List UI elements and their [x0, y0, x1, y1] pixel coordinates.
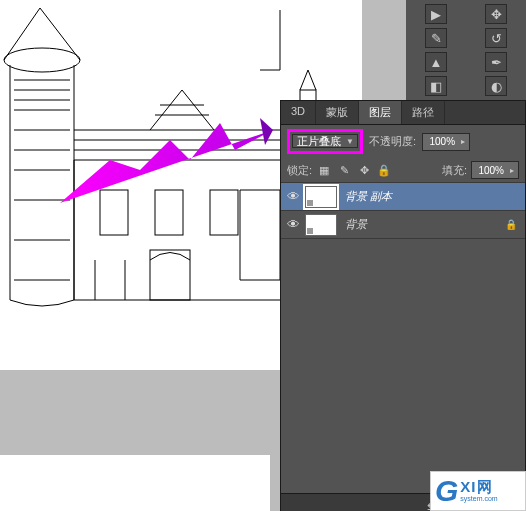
tab-paths[interactable]: 路径 [402, 101, 445, 124]
svg-rect-8 [210, 190, 238, 235]
chevron-right-icon[interactable]: ▸ [506, 166, 518, 175]
layer-name[interactable]: 背景 副本 [345, 189, 525, 204]
move-icon[interactable]: ✥ [485, 4, 507, 24]
panel-tabs: 3D 蒙版 图层 路径 [281, 101, 525, 125]
svg-rect-6 [100, 190, 128, 235]
layer-item[interactable]: 👁 背景 副本 [281, 183, 525, 211]
visibility-toggle[interactable]: 👁 [281, 217, 305, 232]
layer-list: 👁 背景 副本 👁 背景 🔒 [281, 183, 525, 478]
watermark-line2: system.com [460, 495, 497, 503]
lock-icon: 🔒 [505, 219, 517, 230]
pen-icon[interactable]: ✒ [485, 52, 507, 72]
svg-rect-7 [155, 190, 183, 235]
fill-input[interactable]: ▸ [471, 161, 519, 179]
tab-3d[interactable]: 3D [281, 101, 316, 124]
watermark: G XI网 system.com [430, 471, 526, 511]
lock-image-icon[interactable]: ✎ [336, 162, 352, 178]
layer-name[interactable]: 背景 [345, 217, 505, 232]
opacity-field[interactable] [423, 136, 457, 147]
toolbox: ▶ ✎ ▲ ◧ ✥ ↺ ✒ ◐ [406, 0, 526, 100]
lock-transparency-icon[interactable]: ▦ [316, 162, 332, 178]
gradient-icon[interactable]: ◧ [425, 76, 447, 96]
tab-layers[interactable]: 图层 [359, 101, 402, 124]
watermark-line1: XI网 [460, 479, 497, 496]
fill-label: 填充: [442, 163, 467, 178]
tab-masks[interactable]: 蒙版 [316, 101, 359, 124]
lock-position-icon[interactable]: ✥ [356, 162, 372, 178]
svg-rect-9 [150, 250, 190, 300]
watermark-letter: G [435, 474, 458, 508]
blend-mode-value: 正片叠底 [297, 135, 341, 147]
brush-icon[interactable]: ✎ [425, 28, 447, 48]
blend-mode-select[interactable]: 正片叠底 ▼ [292, 134, 358, 148]
visibility-toggle[interactable]: 👁 [281, 189, 305, 204]
blend-mode-highlight: 正片叠底 ▼ [287, 129, 363, 154]
svg-point-0 [4, 48, 80, 72]
opacity-input[interactable]: ▸ [422, 133, 470, 151]
dodge-icon[interactable]: ◐ [485, 76, 507, 96]
history-brush-icon[interactable]: ↺ [485, 28, 507, 48]
layer-item[interactable]: 👁 背景 🔒 [281, 211, 525, 239]
layer-thumbnail[interactable] [305, 186, 337, 208]
chevron-down-icon: ▼ [346, 137, 354, 146]
lock-label: 锁定: [287, 163, 312, 178]
chevron-right-icon[interactable]: ▸ [457, 137, 469, 146]
layers-panel: 3D 蒙版 图层 路径 正片叠底 ▼ 不透明度: ▸ 锁定: ▦ ✎ ✥ 🔒 填… [280, 100, 526, 511]
stamp-icon[interactable]: ▲ [425, 52, 447, 72]
play-icon[interactable]: ▶ [425, 4, 447, 24]
fill-field[interactable] [472, 165, 506, 176]
layer-thumbnail[interactable] [305, 214, 337, 236]
opacity-label: 不透明度: [369, 134, 416, 149]
canvas-secondary[interactable] [0, 455, 270, 511]
lock-all-icon[interactable]: 🔒 [376, 162, 392, 178]
